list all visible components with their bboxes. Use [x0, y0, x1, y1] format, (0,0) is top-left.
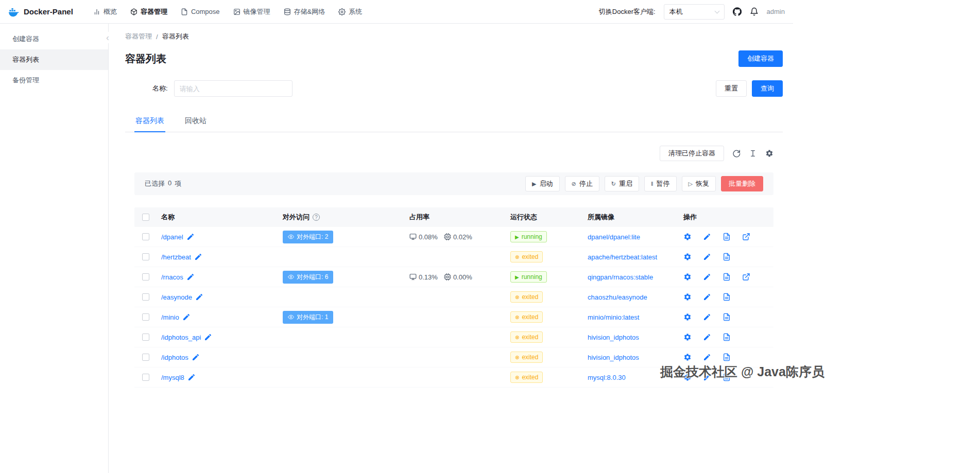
breadcrumb-item[interactable]: 容器管理: [125, 32, 152, 41]
nav-item-container-management[interactable]: 容器管理: [124, 0, 174, 24]
table-row: /rnacos对外端口: 60.13%0.00%▶runningqingpan/…: [134, 267, 773, 287]
container-settings-icon[interactable]: [683, 273, 692, 281]
refresh-icon[interactable]: [732, 149, 741, 157]
container-name-link[interactable]: /hertzbeat: [161, 253, 191, 261]
container-settings-icon[interactable]: [683, 293, 692, 301]
row-checkbox[interactable]: [142, 293, 149, 301]
brand[interactable]: Docker-Panel: [8, 6, 73, 17]
container-name-link[interactable]: /idphotos_api: [161, 334, 201, 341]
container-settings-icon[interactable]: [683, 333, 692, 341]
edit-container-icon[interactable]: [703, 313, 711, 321]
sidebar: 创建容器容器列表备份管理: [0, 24, 109, 473]
clean-stopped-containers-button[interactable]: 清理已停止容器: [660, 146, 724, 161]
nav-item-compose[interactable]: Compose: [174, 0, 227, 24]
container-name-link[interactable]: /rnacos: [161, 273, 183, 281]
nav-item-storage-network[interactable]: 存储&网络: [277, 0, 332, 24]
logs-icon[interactable]: [723, 333, 731, 341]
edit-container-icon[interactable]: [703, 273, 711, 281]
tab-recycle-bin[interactable]: 回收站: [184, 111, 208, 132]
density-icon[interactable]: [749, 149, 757, 157]
rename-icon[interactable]: [187, 373, 196, 381]
image-link[interactable]: chaoszhu/easynode: [588, 293, 647, 301]
nav-item-system[interactable]: 系统: [332, 0, 369, 24]
nav-item-overview[interactable]: 概览: [87, 0, 124, 24]
rename-icon[interactable]: [182, 313, 191, 321]
table-row: /minio对外端口: 1⊗exitedminio/minio:latest: [134, 307, 773, 327]
image-link[interactable]: qingpan/rnacos:stable: [588, 273, 653, 281]
column-settings-icon[interactable]: [765, 149, 773, 157]
port-badge[interactable]: 对外端口: 2: [283, 231, 333, 243]
pause-button[interactable]: ‖暂停: [644, 176, 677, 191]
sidebar-collapse-button[interactable]: ‹: [106, 32, 110, 43]
edit-container-icon[interactable]: [703, 353, 711, 361]
image-link[interactable]: mysql:8.0.30: [588, 374, 626, 381]
restart-button[interactable]: ↻重启: [605, 176, 639, 191]
filter-actions: 重置 查询: [716, 80, 783, 97]
edit-container-icon[interactable]: [703, 293, 711, 301]
external-link-icon[interactable]: [742, 233, 750, 241]
logs-icon[interactable]: [723, 353, 731, 361]
sidebar-item-container-list[interactable]: 容器列表: [0, 49, 108, 70]
container-name-link[interactable]: /easynode: [161, 293, 192, 301]
start-button[interactable]: ▶启动: [525, 176, 559, 191]
select-all-checkbox[interactable]: [142, 214, 149, 221]
container-settings-icon[interactable]: [683, 233, 692, 241]
sidebar-item-backup-management[interactable]: 备份管理: [0, 70, 108, 91]
port-badge[interactable]: 对外端口: 6: [283, 271, 333, 284]
reset-button[interactable]: 重置: [716, 80, 747, 97]
notifications-bell-icon[interactable]: [750, 7, 759, 16]
logs-icon[interactable]: [723, 293, 731, 301]
container-settings-icon[interactable]: [683, 253, 692, 261]
rename-icon[interactable]: [195, 293, 203, 301]
page-header: 容器列表 创建容器: [125, 50, 783, 67]
batch-delete-button[interactable]: 批量删除: [721, 176, 763, 191]
tab-container-list[interactable]: 容器列表: [134, 111, 165, 132]
row-checkbox[interactable]: [142, 334, 149, 341]
logs-icon[interactable]: [723, 273, 731, 281]
docker-client-select[interactable]: 本机: [664, 4, 725, 20]
image-link[interactable]: apache/hertzbeat:latest: [588, 253, 657, 261]
image-link[interactable]: dpanel/dpanel:lite: [588, 233, 640, 241]
nav-item-image-management[interactable]: 镜像管理: [227, 0, 277, 24]
logs-icon[interactable]: [723, 313, 731, 321]
logs-icon[interactable]: [723, 233, 731, 241]
row-checkbox[interactable]: [142, 273, 149, 281]
container-settings-icon[interactable]: [683, 313, 692, 321]
image-link[interactable]: hivision_idphotos: [588, 334, 639, 341]
row-checkbox[interactable]: [142, 354, 149, 361]
container-name-link[interactable]: /dpanel: [161, 233, 183, 241]
column-header: 名称: [157, 213, 279, 222]
edit-container-icon[interactable]: [703, 253, 711, 261]
rename-icon[interactable]: [204, 333, 212, 341]
logs-icon[interactable]: [723, 253, 731, 261]
container-settings-icon[interactable]: [683, 353, 692, 361]
stop-button[interactable]: ⊘停止: [565, 176, 599, 191]
rename-icon[interactable]: [192, 353, 200, 361]
edit-container-icon[interactable]: [703, 233, 711, 241]
rename-icon[interactable]: [186, 233, 195, 241]
username[interactable]: admin: [767, 8, 785, 15]
row-checkbox[interactable]: [142, 313, 149, 321]
name-filter-input[interactable]: [174, 80, 293, 97]
container-name-link[interactable]: /mysql8: [161, 374, 184, 381]
external-link-icon[interactable]: [742, 273, 750, 281]
row-checkbox[interactable]: [142, 253, 149, 260]
rename-icon[interactable]: [194, 253, 202, 261]
github-icon[interactable]: [733, 7, 742, 16]
rename-icon[interactable]: [186, 273, 195, 281]
image-link[interactable]: minio/minio:latest: [588, 313, 639, 321]
resume-button[interactable]: ▷恢复: [682, 176, 716, 191]
container-name-link[interactable]: /minio: [161, 313, 179, 321]
search-button[interactable]: 查询: [752, 80, 783, 97]
row-checkbox[interactable]: [142, 374, 149, 381]
port-badge[interactable]: 对外端口: 1: [283, 311, 333, 324]
container-name-link[interactable]: /idphotos: [161, 354, 188, 361]
sidebar-item-create-container[interactable]: 创建容器: [0, 29, 108, 49]
restart-icon: ↻: [611, 181, 616, 187]
edit-container-icon[interactable]: [703, 333, 711, 341]
image-link[interactable]: hivision_idphotos: [588, 354, 639, 361]
help-icon[interactable]: ?: [313, 214, 320, 221]
row-checkbox[interactable]: [142, 233, 149, 240]
table-toolbar: 清理已停止容器: [134, 146, 773, 161]
create-container-button[interactable]: 创建容器: [738, 50, 783, 67]
